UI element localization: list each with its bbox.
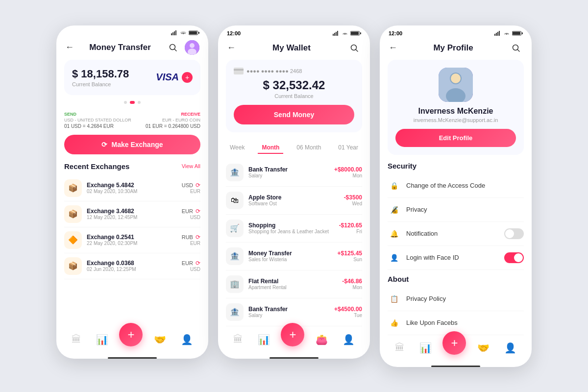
trans-info: Money Transfer Sales for Wisteria: [248, 250, 333, 262]
security-menu-item[interactable]: 🔔 Notification: [388, 222, 524, 246]
svg-rect-22: [234, 69, 244, 71]
search-btn-1[interactable]: [166, 41, 180, 54]
edit-profile-btn[interactable]: Edit Profile: [395, 129, 516, 147]
profile-icon-2: 👤: [343, 334, 355, 345]
balance-amount-1: $ 18,158.78: [72, 68, 129, 80]
transaction-item[interactable]: 🏢 Flat Rental Apartment Rental -$46.86 M…: [226, 270, 362, 298]
exchange-icon: 📦: [64, 205, 82, 223]
screen-money-transfer: ← Money Transfer $ 18,158.78 Current Bal…: [56, 25, 208, 359]
profile-email: inverness.McKenzie@support.ac.in: [395, 117, 516, 123]
exchange-item[interactable]: 📦 Exchange 0.0368 02 Jun 2020, 12:25PM E…: [64, 253, 200, 279]
status-icons-3: [494, 31, 523, 36]
trans-name: Flat Rental: [248, 278, 337, 285]
nav-transfer-1[interactable]: 🤝: [150, 332, 170, 347]
refresh-icon: ⟳: [196, 208, 200, 215]
exchange-currencies: USD ⟳ EUR: [182, 182, 200, 194]
transaction-item[interactable]: 🏦 Bank Transfer Salary +$8000.00 Mon: [226, 159, 362, 187]
exchange-btn[interactable]: ⟳ Make Exchange: [64, 135, 200, 154]
chart-icon-3: 📊: [419, 342, 432, 354]
about-title: About: [388, 275, 524, 283]
back-btn-2[interactable]: ←: [227, 43, 236, 53]
exchange-currencies: EUR ⟳ USD: [182, 208, 200, 220]
exchange-item[interactable]: 🔶 Exchange 0.2541 22 May 2020, 02:30PM R…: [64, 227, 200, 253]
nav-chart-2[interactable]: 📊: [254, 332, 274, 347]
dot-1: [124, 101, 127, 104]
currency-to: USD: [182, 215, 200, 220]
nav-home-1[interactable]: 🏛: [68, 332, 85, 347]
nav-profile-2[interactable]: 👤: [339, 332, 359, 347]
exchange-rates: SEND USD - UNITED STATED DOLLOR 01 USD =…: [64, 108, 200, 135]
nav-profile-1[interactable]: 👤: [177, 332, 197, 347]
menu-label: Privacy: [406, 206, 524, 213]
signal-icon: [171, 30, 178, 35]
nav-chart-3[interactable]: 📊: [416, 340, 436, 356]
nav-profile-3[interactable]: 👤: [500, 340, 520, 356]
trans-name: Money Transfer: [248, 250, 333, 257]
security-menu-item[interactable]: 🔏 Privacy: [388, 198, 524, 222]
security-menu-item[interactable]: 🔒 Change of the Access Code: [388, 174, 524, 198]
exchange-info: Exchange 0.0368 02 Jun 2020, 12:25PM: [87, 260, 177, 272]
visa-text: VISA: [156, 72, 179, 83]
toggle[interactable]: [504, 252, 524, 263]
transfer-icon-3: 🤝: [477, 342, 490, 354]
home-icon-1: 🏛: [72, 334, 81, 345]
wifi-icon-2: [342, 31, 348, 36]
transaction-item[interactable]: 🏦 Bank Transfer Salary +$4500.00 Tue: [226, 298, 362, 326]
transaction-item[interactable]: 🛍 Apple Store Software Ost -$3500 Wed: [226, 187, 362, 215]
view-all-btn[interactable]: View All: [182, 163, 200, 169]
back-btn-1[interactable]: ←: [65, 42, 74, 52]
nav-header-1: ← Money Transfer: [56, 37, 208, 60]
exchange-item[interactable]: 📦 Exchange 5.4842 02 May 2020, 10:30AM U…: [64, 175, 200, 201]
receive-rate-value: 01 EUR = 0.264800 USD: [146, 123, 200, 129]
period-tab-06-month[interactable]: 06 Month: [293, 142, 325, 154]
profile-card: Inverness McKenzie inverness.McKenzie@su…: [388, 60, 524, 155]
svg-rect-2: [174, 31, 175, 35]
wifi-icon-3: [503, 31, 510, 36]
nav-home-2[interactable]: 🏛: [229, 332, 247, 347]
fab-btn-1[interactable]: +: [119, 323, 143, 346]
add-card-btn[interactable]: +: [182, 72, 193, 83]
security-menu-item[interactable]: 👤 Login with Face ID: [388, 246, 524, 270]
nav-icons-1: [166, 40, 199, 55]
transaction-item[interactable]: 🏦 Money Transfer Sales for Wisteria +$12…: [226, 243, 362, 270]
user-avatar-1[interactable]: [185, 40, 199, 55]
transaction-item[interactable]: 🛒 Shopping Shopping for Jeans & Leather …: [226, 215, 362, 243]
period-tab-month[interactable]: Month: [258, 142, 283, 154]
send-money-btn[interactable]: Send Money: [234, 105, 354, 124]
exchange-info: Exchange 3.4682 12 May 2020, 12:45PM: [87, 208, 177, 220]
svg-rect-17: [351, 32, 359, 35]
search-btn-2[interactable]: [347, 41, 361, 55]
currency-from: EUR ⟳: [182, 208, 200, 215]
wallet-icon-2: 👛: [316, 334, 328, 345]
nav-chart-1[interactable]: 📊: [92, 332, 112, 347]
wallet-balance-label: Current Balance: [234, 93, 354, 99]
fab-btn-2[interactable]: +: [281, 323, 304, 346]
currency-from: RUB ⟳: [182, 234, 200, 241]
trans-desc: Salary: [248, 173, 329, 178]
profile-avatar-image: [439, 68, 473, 102]
fab-btn-3[interactable]: +: [442, 331, 466, 355]
toggle[interactable]: [504, 228, 524, 239]
trans-amount-block: -$120.65 Fri: [339, 222, 362, 234]
trans-info: Flat Rental Apartment Rental: [248, 278, 337, 290]
currency-from: EUR ⟳: [182, 260, 200, 267]
nav-wallet-2[interactable]: 👛: [312, 332, 332, 347]
exchange-currencies: EUR ⟳ USD: [182, 260, 200, 272]
period-tab-01-year[interactable]: 01 Year: [334, 142, 362, 154]
search-btn-3[interactable]: [509, 41, 523, 55]
trans-icon: 🏦: [226, 164, 244, 181]
nav-transfer-3[interactable]: 🤝: [473, 340, 493, 356]
trans-amount: -$3500: [344, 194, 362, 201]
status-bar-1: [56, 25, 208, 37]
trans-day: Fri: [339, 229, 362, 234]
exchange-item[interactable]: 📦 Exchange 3.4682 12 May 2020, 12:45PM E…: [64, 201, 200, 227]
about-menu-item[interactable]: 📋 Privacy Policy: [388, 287, 524, 311]
card-number: ●●●● ●●●● ●●●● 2468: [234, 68, 354, 74]
send-currency: USD - UNITED STATED DOLLOR: [64, 118, 131, 122]
trans-desc: Salary: [248, 313, 329, 318]
nav-home-3[interactable]: 🏛: [391, 340, 409, 355]
back-btn-3[interactable]: ←: [389, 43, 397, 53]
visa-logo: VISA +: [156, 72, 193, 83]
period-tab-week[interactable]: Week: [226, 142, 248, 154]
status-bar-2: 12:00: [218, 25, 370, 38]
